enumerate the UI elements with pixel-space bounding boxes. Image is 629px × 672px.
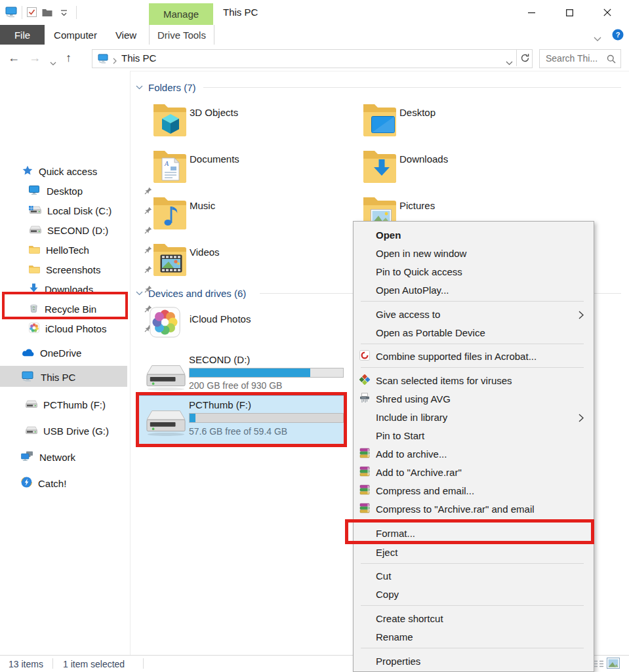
menu-item-scan-for-viruses[interactable]: Scan selected items for viruses bbox=[354, 371, 593, 389]
menu-item-open[interactable]: Open bbox=[354, 226, 593, 244]
sidebar-item-label: Screenshots bbox=[46, 264, 100, 275]
section-rule bbox=[203, 87, 621, 88]
breadcrumb-chevron-icon[interactable] bbox=[113, 55, 117, 67]
qat-separator bbox=[22, 6, 22, 19]
menu-item-rename[interactable]: Rename bbox=[354, 627, 593, 646]
menu-item-open-as-portable-device[interactable]: Open as Portable Device bbox=[354, 323, 593, 342]
icloud-photos-icon bbox=[29, 323, 39, 335]
drive-icon bbox=[29, 225, 41, 236]
sidebar-item-label: HelloTech bbox=[46, 245, 89, 256]
pin-icon[interactable] bbox=[144, 186, 152, 197]
menu-item-open-in-new-window[interactable]: Open in new window bbox=[354, 244, 593, 262]
folder-tile-videos[interactable]: Videos bbox=[152, 241, 344, 285]
devices-section-header[interactable]: Devices and drives (6) bbox=[136, 288, 246, 299]
film-strip-icon bbox=[160, 254, 182, 275]
sidebar-item-quick-access[interactable]: Quick access bbox=[22, 163, 97, 180]
menu-item-give-access-to[interactable]: Give access to bbox=[354, 305, 593, 323]
pin-icon[interactable] bbox=[144, 205, 152, 216]
sidebar-item-icloud-photos[interactable]: iCloud Photos bbox=[29, 320, 106, 337]
tab-view[interactable]: View bbox=[107, 25, 145, 45]
forward-button[interactable]: → bbox=[29, 49, 41, 66]
menu-item-copy[interactable]: Copy bbox=[354, 585, 593, 603]
sidebar-item-label: Catch! bbox=[38, 478, 66, 489]
qat-properties-icon[interactable] bbox=[27, 7, 37, 20]
pin-icon[interactable] bbox=[144, 245, 152, 256]
computer-tab-label: Computer bbox=[54, 30, 97, 41]
tab-manage[interactable]: Manage bbox=[149, 3, 213, 25]
thumbnail-view-button[interactable] bbox=[607, 658, 620, 671]
menu-separator bbox=[361, 563, 584, 564]
device-tile-label[interactable]: iCloud Photos bbox=[190, 313, 251, 325]
sidebar-item-label: OneDrive bbox=[40, 347, 81, 359]
sidebar-item-screenshots[interactable]: Screenshots bbox=[29, 261, 100, 278]
sidebar-item-onedrive[interactable]: OneDrive bbox=[21, 344, 81, 361]
menu-item-label: Scan selected items for viruses bbox=[376, 375, 512, 386]
up-button[interactable]: ↑ bbox=[66, 49, 71, 66]
pin-icon[interactable] bbox=[144, 225, 152, 236]
refresh-button[interactable] bbox=[520, 53, 530, 66]
sidebar-item-local-disk-c[interactable]: Local Disk (C:) bbox=[29, 202, 112, 219]
menu-item-shred-using-avg[interactable]: Shred using AVG bbox=[354, 389, 593, 408]
pin-icon[interactable] bbox=[144, 264, 152, 275]
search-icon[interactable] bbox=[607, 54, 616, 66]
folder-tile-desktop[interactable]: Desktop bbox=[362, 102, 554, 145]
help-button[interactable]: ? bbox=[612, 29, 624, 43]
device-tile-icloud-photos[interactable] bbox=[150, 307, 180, 340]
folder-tile-3d-objects[interactable]: 3D Objects bbox=[152, 102, 344, 145]
menu-item-create-shortcut[interactable]: Create shortcut bbox=[354, 609, 593, 627]
menu-item-label: Eject bbox=[376, 547, 397, 558]
menu-item-pin-to-quick-access[interactable]: Pin to Quick access bbox=[354, 262, 593, 281]
recent-locations-chevron-icon[interactable] bbox=[50, 56, 56, 68]
minimize-button[interactable] bbox=[520, 5, 542, 20]
sidebar-item-desktop[interactable]: Desktop bbox=[29, 182, 83, 199]
navigation-bar: ← → ↑ This PC bbox=[0, 45, 629, 71]
folder-tile-documents[interactable]: A Documents bbox=[152, 148, 344, 191]
menu-item-compress-and-email[interactable]: Compress and email... bbox=[354, 481, 593, 500]
drive-name[interactable]: SECOND (D:) bbox=[189, 354, 250, 365]
maximize-button[interactable] bbox=[558, 5, 580, 20]
sidebar-item-usb-drive[interactable]: USB Drive (G:) bbox=[25, 422, 109, 439]
submenu-arrow-icon bbox=[578, 310, 584, 321]
file-tab-label: File bbox=[14, 30, 30, 41]
folder-tile-label: 3D Objects bbox=[190, 107, 238, 118]
menu-item-compress-to-rar-and-email[interactable]: Compress to "Archive.rar" and email bbox=[354, 500, 593, 518]
tab-drive-tools[interactable]: Drive Tools bbox=[149, 25, 214, 45]
menu-item-combine-in-acrobat[interactable]: Combine supported files in Acrobat... bbox=[354, 347, 593, 365]
folder-tile-label: Desktop bbox=[399, 107, 436, 118]
sidebar-item-network[interactable]: Network bbox=[21, 448, 75, 465]
menu-item-cut[interactable]: Cut bbox=[354, 566, 593, 585]
device-tile-second-drive[interactable] bbox=[146, 364, 186, 394]
sidebar-item-pcthumb-drive[interactable]: PCThumb (F:) bbox=[25, 396, 106, 413]
folders-section-header[interactable]: Folders (7) bbox=[136, 82, 196, 93]
qat-new-folder-icon[interactable] bbox=[42, 8, 52, 20]
selected-count: 1 item selected bbox=[63, 659, 125, 669]
tab-computer[interactable]: Computer bbox=[49, 25, 102, 45]
menu-item-add-to-archive-rar[interactable]: Add to "Archive.rar" bbox=[354, 463, 593, 481]
details-view-button[interactable] bbox=[594, 659, 603, 671]
menu-item-add-to-archive[interactable]: Add to archive... bbox=[354, 445, 593, 463]
close-button[interactable] bbox=[596, 5, 619, 20]
back-button[interactable]: ← bbox=[8, 49, 20, 66]
sidebar-item-label: USB Drive (G:) bbox=[43, 425, 109, 437]
breadcrumb[interactable]: This PC bbox=[121, 52, 156, 64]
menu-item-eject[interactable]: Eject bbox=[354, 543, 593, 561]
tab-file[interactable]: File bbox=[0, 25, 45, 45]
sidebar-item-hellotech[interactable]: HelloTech bbox=[29, 241, 89, 258]
sidebar-item-this-pc[interactable]: This PC bbox=[22, 368, 75, 385]
address-bar[interactable]: This PC bbox=[92, 49, 533, 68]
sidebar-item-second-drive[interactable]: SECOND (D:) bbox=[29, 222, 108, 239]
sidebar-item-catch[interactable]: Catch! bbox=[21, 475, 66, 492]
menu-item-properties[interactable]: Properties bbox=[354, 652, 593, 670]
menu-item-include-in-library[interactable]: Include in library bbox=[354, 408, 593, 426]
folder-tile-music[interactable]: Music bbox=[152, 195, 344, 238]
qat-customize-icon[interactable] bbox=[60, 8, 68, 20]
address-dropdown-chevron-icon[interactable] bbox=[506, 56, 513, 68]
menu-item-label: Combine supported files in Acrobat... bbox=[376, 351, 537, 362]
menu-item-pin-to-start[interactable]: Pin to Start bbox=[354, 426, 593, 445]
menu-item-label: Cut bbox=[376, 570, 391, 582]
search-input[interactable] bbox=[540, 50, 609, 66]
ribbon-collapse-chevron-icon[interactable] bbox=[594, 32, 601, 44]
menu-item-open-autoplay[interactable]: Open AutoPlay... bbox=[354, 281, 593, 299]
folder-tile-downloads[interactable]: Downloads bbox=[362, 148, 554, 191]
icloud-photos-icon bbox=[150, 307, 180, 338]
